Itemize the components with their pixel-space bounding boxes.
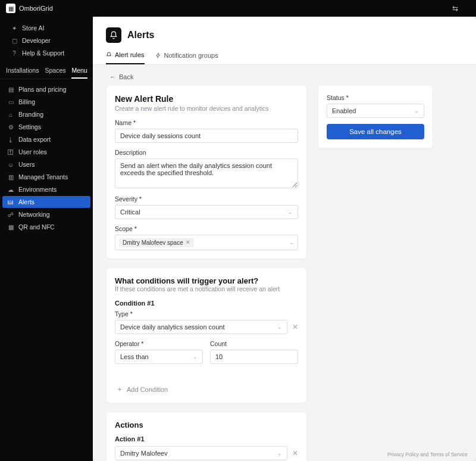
field-scope: Scope * Dmitry Malofeev space ✕ ⌄ (115, 225, 298, 250)
actions-title: Actions (115, 420, 298, 429)
sidebar-item-help[interactable]: ? Help & Support (6, 47, 87, 59)
sidebar-tabs: Installations Spaces Menu (0, 63, 93, 79)
sidebar-item-networking[interactable]: ☍Networking (2, 208, 90, 220)
sidebar-topnav: ✦ Store AI ▢ Developer ? Help & Support (0, 21, 93, 63)
bell-small-icon (106, 52, 112, 58)
sidebar-item-label: User roles (18, 148, 47, 155)
sidebar-item-label: QR and NFC (18, 223, 55, 230)
back-link[interactable]: ← Back (109, 73, 463, 80)
remove-condition-icon[interactable]: ✕ (292, 323, 298, 331)
content-card: Alerts Alert rules Notification groups (93, 17, 476, 461)
footer-legal[interactable]: Privacy Policy and Terms of Service (387, 451, 468, 457)
sidebar-item-userroles[interactable]: ⚿User roles (2, 146, 90, 158)
sidebar-item-label: Branding (18, 111, 43, 118)
sidebar-item-label: Plans and pricing (18, 86, 67, 93)
status-label: Status * (327, 94, 424, 101)
conditions-title: What conditions will trigger your alert? (115, 276, 298, 285)
field-severity: Severity * Critical ⌄ (115, 195, 298, 219)
sidebar-item-environments[interactable]: ☁Environments (2, 183, 90, 195)
swap-icon[interactable]: ⇆ (452, 4, 458, 13)
bolt-icon (155, 52, 161, 58)
sidebar-item-settings[interactable]: ⚙Settings (2, 121, 90, 133)
type-value: Device daily analytics session count (120, 323, 224, 331)
sidebar-item-label: Networking (18, 211, 50, 218)
tab-menu[interactable]: Menu (71, 67, 87, 79)
scope-label: Scope * (115, 225, 298, 232)
chevron-down-icon: ⌄ (414, 108, 419, 114)
sidebar-item-label: Environments (18, 186, 57, 193)
doc-icon: ▤ (7, 86, 14, 93)
sidebar-item-label: Billing (18, 98, 35, 105)
field-status: Status * Enabled ⌄ (327, 94, 424, 118)
sidebar-item-label: Developer (22, 37, 51, 44)
sidebar-item-qrnfc[interactable]: ▩QR and NFC (2, 221, 90, 233)
remove-action-icon[interactable]: ✕ (292, 449, 298, 457)
sidebar-item-managedtenants[interactable]: ▥Managed Tenants (2, 171, 90, 183)
user-icon: ☺ (7, 161, 14, 168)
code-icon: ▢ (11, 38, 18, 44)
description-input[interactable] (115, 158, 298, 188)
qr-icon: ▩ (7, 224, 14, 230)
type-select[interactable]: Device daily analytics session count ⌄ (115, 320, 287, 334)
name-input[interactable] (115, 129, 298, 143)
field-name: Name * (115, 119, 298, 143)
sidebar-item-alerts[interactable]: 🜲Alerts (2, 196, 90, 208)
panel-status: Status * Enabled ⌄ Save all changes (318, 85, 433, 148)
panel-subtitle: Create a new alert rule to monitor devic… (115, 105, 298, 112)
name-label: Name * (115, 119, 298, 126)
help-icon: ? (11, 50, 18, 57)
sidebar-item-storeai[interactable]: ✦ Store AI (6, 22, 87, 34)
page-title-row: Alerts (106, 27, 463, 43)
sidebar-item-plans[interactable]: ▤Plans and pricing (2, 83, 90, 95)
operator-select[interactable]: Less than ⌄ (115, 350, 203, 364)
add-condition-button[interactable]: ＋ Add Condition (115, 381, 298, 394)
count-input[interactable] (210, 350, 298, 364)
sidebar-item-developer[interactable]: ▢ Developer (6, 35, 87, 46)
sidebar-item-label: Settings (18, 123, 41, 130)
back-label: Back (119, 73, 133, 80)
severity-value: Critical (120, 208, 140, 216)
conditions-subtitle: If these conditions are met a notificati… (115, 285, 298, 292)
panel-conditions: What conditions will trigger your alert?… (106, 267, 307, 403)
content: Alerts Alert rules Notification groups (93, 17, 476, 461)
chevron-down-icon: ⌄ (277, 450, 282, 456)
action-value: Dmitry Malofeev (120, 450, 167, 457)
chevron-down-icon: ⌄ (288, 209, 293, 215)
scope-select[interactable]: Dmitry Malofeev space ✕ ⌄ (115, 235, 298, 250)
sidebar-item-billing[interactable]: ▭Billing (2, 96, 90, 108)
gear-icon: ⚙ (7, 124, 14, 130)
sidebar-item-label: Managed Tenants (18, 173, 68, 180)
count-label: Count (210, 340, 298, 347)
save-button[interactable]: Save all changes (327, 124, 424, 139)
subtab-label: Notification groups (164, 52, 218, 59)
subtab-alertrules[interactable]: Alert rules (106, 51, 145, 64)
page-title: Alerts (127, 30, 154, 41)
action-select[interactable]: Dmitry Malofeev ⌄ (115, 446, 287, 460)
arrow-left-icon: ← (109, 73, 116, 80)
sidebar-item-users[interactable]: ☺Users (2, 158, 90, 170)
severity-select[interactable]: Critical ⌄ (115, 205, 298, 219)
operator-label: Operator * (115, 340, 203, 347)
type-label: Type * (115, 310, 298, 317)
action-1-title: Action #1 (115, 435, 298, 443)
tab-spaces[interactable]: Spaces (45, 67, 65, 79)
sidebar: ✦ Store AI ▢ Developer ? Help & Support … (0, 17, 93, 461)
subtab-notifgroups[interactable]: Notification groups (155, 51, 218, 64)
field-operator: Operator * Less than ⌄ (115, 340, 203, 364)
sidebar-item-label: Data export (18, 136, 51, 143)
building-icon: ▥ (7, 174, 14, 180)
shell: ✦ Store AI ▢ Developer ? Help & Support … (0, 17, 476, 461)
operator-value: Less than (120, 353, 149, 360)
brand[interactable]: ▦ OmboriGrid (6, 4, 53, 13)
severity-label: Severity * (115, 195, 298, 203)
tab-installations[interactable]: Installations (6, 67, 39, 79)
chip-remove-icon[interactable]: ✕ (186, 239, 190, 245)
sidebar-item-dataexport[interactable]: ⭳Data export (2, 133, 90, 145)
bell-icon: 🜲 (7, 199, 14, 205)
panel-newalert: New Alert Rule Create a new alert rule t… (106, 85, 307, 259)
brand-icon: ▦ (6, 4, 15, 13)
sidebar-item-branding[interactable]: ⌂Branding (2, 108, 90, 120)
sidebar-item-label: Help & Support (22, 49, 64, 57)
status-select[interactable]: Enabled ⌄ (327, 104, 424, 118)
chevron-down-icon: ⌄ (193, 354, 198, 360)
